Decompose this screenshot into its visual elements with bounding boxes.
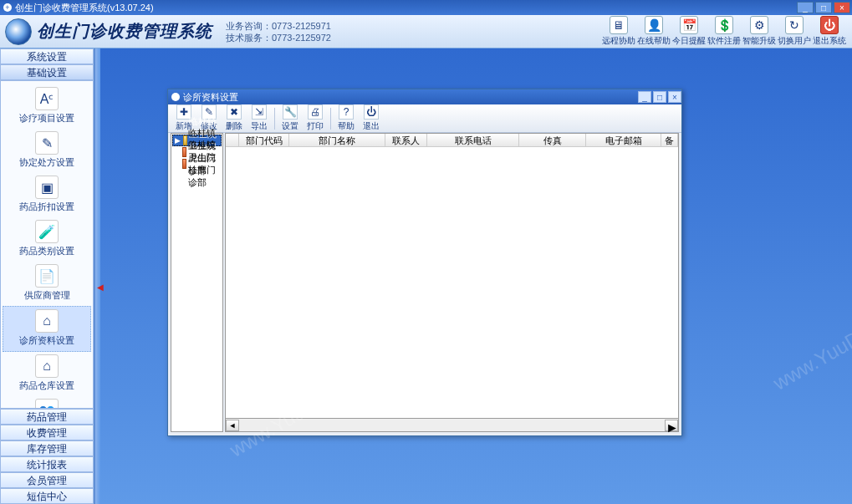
toolbar-sep2: [330, 108, 331, 130]
export-icon: ⇲: [252, 104, 267, 120]
inner-title: 诊所资料设置: [183, 91, 238, 104]
category-icon: 🧪: [35, 220, 59, 243]
print-icon: 🖨: [308, 104, 323, 120]
inner-close-button[interactable]: ×: [668, 91, 681, 103]
side-panel: Aᶜ诊疗项目设置 ✎协定处方设置 ▣药品折扣设置 🧪药品类别设置 📄供应商管理 …: [0, 80, 94, 409]
tb-export-button[interactable]: ⇲导出: [247, 104, 272, 132]
today-icon: 📅: [680, 16, 698, 34]
maximize-button[interactable]: □: [815, 2, 832, 13]
col-email[interactable]: 电子邮箱: [586, 134, 661, 146]
logo-icon: [5, 18, 32, 45]
warehouse-icon: ⌂: [35, 354, 59, 378]
minimize-button[interactable]: _: [797, 2, 814, 13]
menu-system[interactable]: 系统设置: [0, 48, 94, 64]
col-remark[interactable]: 备: [661, 134, 678, 146]
tb-set-button[interactable]: 🔧设置: [278, 104, 303, 132]
rail-notch-icon: ◀: [97, 283, 104, 292]
sidebar-item-prescription[interactable]: ✎协定处方设置: [1, 129, 93, 173]
inner-max-button[interactable]: □: [653, 91, 666, 103]
sidebar: 系统设置 基础设置 Aᶜ诊疗项目设置 ✎协定处方设置 ▣药品折扣设置 🧪药品类别…: [0, 48, 95, 504]
discount-icon: ▣: [35, 176, 59, 199]
top-remote-button[interactable]: 🖥远程协助: [601, 16, 636, 47]
top-upgrade-button[interactable]: ⚙智能升级: [742, 16, 777, 47]
arrow-icon: ▶: [175, 136, 181, 145]
rail: [95, 48, 100, 504]
sidebar-item-supplier[interactable]: 📄供应商管理: [1, 262, 93, 306]
inner-bullet-icon: [171, 93, 180, 101]
scroll-right-button[interactable]: ►: [665, 420, 678, 431]
col-phone[interactable]: 联系电话: [427, 134, 519, 146]
sidebar-item-clinic[interactable]: ⌂诊所资料设置: [3, 306, 91, 352]
inner-toolbar: ✚新增 ✎修改 ✖删除 ⇲导出 🔧设置 🖨打印 ?帮助 ⏻退出: [168, 104, 681, 133]
contact-line1: 业务咨询：0773-2125971: [226, 20, 331, 32]
switch-icon: ↻: [785, 16, 804, 34]
scroll-track[interactable]: ►: [239, 420, 678, 431]
close-button[interactable]: ×: [834, 2, 850, 13]
contact-line2: 技术服务：0773-2125972: [226, 32, 331, 43]
col-marker[interactable]: [226, 134, 239, 146]
tree-row[interactable]: 临桂镇卫生院桂鹰门诊部: [172, 158, 222, 170]
menu-charge[interactable]: 收费管理: [0, 425, 94, 440]
grid-body[interactable]: [226, 147, 678, 418]
app-title: 创生门诊收费管理系统: [37, 20, 212, 43]
top-register-button[interactable]: 💲软件注册: [707, 16, 742, 47]
scroll-left-button[interactable]: ◄: [226, 420, 239, 431]
sidebar-item-discount[interactable]: ▣药品折扣设置: [1, 173, 93, 217]
house-icon: [182, 159, 186, 169]
contact-block: 业务咨询：0773-2125971 技术服务：0773-2125972: [226, 20, 331, 43]
mdi-desktop: ◀ 诊所资料设置 _ □ × ✚新增 ✎修改 ✖删除 ⇲导出 🔧设置 🖨打印 ?…: [95, 48, 852, 504]
online-icon: 👤: [645, 16, 663, 34]
tree-panel[interactable]: ▶临桂镇卫生院榕山门诊部 临桂镇卫生院虎山门诊部 临桂镇卫生院桂鹰门诊部: [171, 133, 223, 432]
abc-icon: Aᶜ: [35, 87, 59, 110]
window-title: 创生门诊收费管理系统(v13.07.24): [15, 2, 154, 14]
supplier-icon: 📄: [35, 264, 59, 288]
register-icon: 💲: [715, 16, 733, 34]
app-bullet-icon: +: [3, 3, 12, 12]
staff-icon: 👥: [35, 399, 59, 409]
upgrade-icon: ⚙: [750, 16, 768, 34]
sidebar-item-category[interactable]: 🧪药品类别设置: [1, 217, 93, 262]
menu-sms[interactable]: 短信中心: [0, 488, 94, 504]
data-grid[interactable]: 部门代码 部门名称 联系人 联系电话 传真 电子邮箱 备: [225, 133, 679, 419]
col-code[interactable]: 部门代码: [239, 134, 289, 146]
inner-min-button[interactable]: _: [638, 91, 651, 103]
house-icon: [182, 147, 186, 157]
exit2-icon: ⏻: [364, 104, 379, 120]
col-fax[interactable]: 传真: [519, 134, 586, 146]
watermark: www.YuuDnn.com: [769, 293, 852, 395]
remote-icon: 🖥: [610, 16, 628, 34]
inner-window: 诊所资料设置 _ □ × ✚新增 ✎修改 ✖删除 ⇲导出 🔧设置 🖨打印 ?帮助…: [167, 89, 682, 436]
clinic-icon: ⌂: [35, 309, 59, 333]
delete-icon: ✖: [227, 104, 242, 120]
pen-icon: ✎: [35, 131, 59, 155]
tb-help-button[interactable]: ?帮助: [334, 104, 359, 132]
top-online-button[interactable]: 👤在线帮助: [636, 16, 671, 47]
tb-print-button[interactable]: 🖨打印: [303, 104, 328, 132]
sidebar-item-warehouse[interactable]: ⌂药品仓库设置: [1, 352, 93, 396]
menu-report[interactable]: 统计报表: [0, 456, 94, 472]
col-name[interactable]: 部门名称: [289, 134, 385, 146]
top-exit-button[interactable]: ⏻退出系统: [812, 16, 847, 47]
exit-icon: ⏻: [820, 16, 839, 34]
tb-exit-button[interactable]: ⏻退出: [359, 104, 384, 132]
folder-icon: [183, 135, 187, 145]
set-icon: 🔧: [283, 104, 298, 120]
col-contact[interactable]: 联系人: [385, 134, 427, 146]
tb-del-button[interactable]: ✖删除: [222, 104, 247, 132]
inner-title-bar[interactable]: 诊所资料设置 _ □ ×: [168, 89, 681, 104]
top-switch-button[interactable]: ↻切换用户: [777, 16, 812, 47]
sidebar-item-diagnosis[interactable]: Aᶜ诊疗项目设置: [1, 84, 93, 129]
menu-basic[interactable]: 基础设置: [0, 64, 94, 80]
outer-title-bar: + 创生门诊收费管理系统(v13.07.24) _ □ ×: [0, 0, 852, 15]
menu-drug[interactable]: 药品管理: [0, 409, 94, 425]
app-header: 创生门诊收费管理系统 业务咨询：0773-2125971 技术服务：0773-2…: [0, 15, 852, 48]
sidebar-item-staff[interactable]: 👥员工资料管理: [1, 396, 93, 409]
menu-member[interactable]: 会员管理: [0, 472, 94, 488]
h-scrollbar[interactable]: ◄ ►: [225, 419, 679, 432]
grid-header: 部门代码 部门名称 联系人 联系电话 传真 电子邮箱 备: [226, 134, 678, 147]
help-icon: ?: [339, 104, 354, 120]
top-today-button[interactable]: 📅今日提醒: [671, 16, 707, 47]
menu-stock[interactable]: 库存管理: [0, 440, 94, 456]
toolbar-sep: [274, 108, 275, 130]
